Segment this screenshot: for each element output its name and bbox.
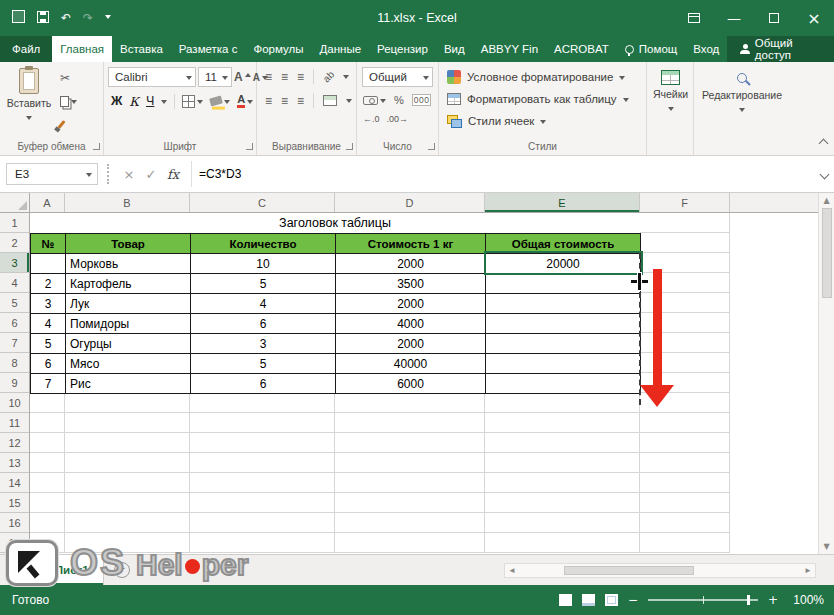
cells-area[interactable]: Заголовок таблицы №ТоварКоличествоСтоимо… bbox=[30, 213, 818, 553]
row-header-9[interactable]: 9 bbox=[0, 373, 29, 393]
align-bottom-icon[interactable]: ≡ bbox=[297, 70, 304, 84]
cell-E8[interactable] bbox=[486, 354, 641, 374]
enter-icon[interactable]: ✓ bbox=[140, 167, 162, 182]
increase-decimal-icon[interactable]: ←.0 bbox=[363, 114, 380, 124]
scroll-down-icon[interactable]: ▼ bbox=[823, 542, 829, 551]
row-header-12[interactable]: 12 bbox=[0, 433, 29, 453]
comma-format-icon[interactable]: 000 bbox=[412, 94, 432, 106]
cell-A3[interactable] bbox=[31, 254, 66, 274]
cell-D6[interactable]: 4000 bbox=[336, 314, 486, 334]
cell-A2[interactable]: № bbox=[31, 234, 66, 254]
row-header-2[interactable]: 2 bbox=[0, 233, 29, 253]
cell-D8[interactable]: 40000 bbox=[336, 354, 486, 374]
cell-E6[interactable] bbox=[486, 314, 641, 334]
cell-C4[interactable]: 5 bbox=[191, 274, 336, 294]
tab-data[interactable]: Данные bbox=[312, 36, 370, 62]
cell-C3[interactable]: 10 bbox=[191, 254, 336, 274]
align-middle-icon[interactable]: ≡ bbox=[281, 70, 288, 84]
cell-A8[interactable]: 6 bbox=[31, 354, 66, 374]
maximize-icon[interactable] bbox=[754, 0, 794, 36]
cell-B8[interactable]: Мясо bbox=[66, 354, 191, 374]
insert-function-icon[interactable]: fx bbox=[162, 167, 184, 182]
cell-B7[interactable]: Огурцы bbox=[66, 334, 191, 354]
cell-C7[interactable]: 3 bbox=[191, 334, 336, 354]
cell-title-merged[interactable]: Заголовок таблицы bbox=[30, 213, 640, 233]
row-header-14[interactable]: 14 bbox=[0, 473, 29, 493]
tab-abbyy[interactable]: ABBYY Fin bbox=[473, 36, 546, 62]
minimize-icon[interactable]: — bbox=[714, 0, 754, 36]
orientation-icon[interactable]: ab bbox=[321, 69, 337, 85]
cell-E7[interactable] bbox=[486, 334, 641, 354]
cell-D7[interactable]: 2000 bbox=[336, 334, 486, 354]
ribbon-display-options-icon[interactable] bbox=[674, 0, 714, 36]
share-button[interactable]: Общий доступ bbox=[727, 36, 834, 62]
cell-styles-button[interactable]: Стили ячеек bbox=[447, 111, 546, 131]
format-as-table-button[interactable]: Форматировать как таблицу bbox=[447, 89, 629, 109]
cell-D2[interactable]: Стоимость 1 кг bbox=[336, 234, 486, 254]
conditional-formatting-button[interactable]: Условное форматирование bbox=[447, 67, 625, 87]
column-header-A[interactable]: A bbox=[30, 193, 65, 212]
page-break-view-icon[interactable] bbox=[605, 594, 618, 606]
bold-button[interactable]: Ж bbox=[111, 94, 122, 108]
italic-button[interactable]: К bbox=[129, 94, 139, 109]
cell-B4[interactable]: Картофель bbox=[66, 274, 191, 294]
cell-A9[interactable]: 7 bbox=[31, 374, 66, 394]
align-left-icon[interactable]: ≡ bbox=[265, 94, 272, 108]
fill-color-button[interactable] bbox=[210, 93, 230, 109]
vertical-scrollbar[interactable]: ▲ ▼ bbox=[818, 193, 834, 554]
cell-C6[interactable]: 6 bbox=[191, 314, 336, 334]
editing-button[interactable]: Редактирование bbox=[696, 70, 788, 115]
zoom-slider-thumb[interactable] bbox=[747, 595, 750, 605]
clipboard-dialog-launcher-icon[interactable] bbox=[93, 143, 100, 150]
tab-file[interactable]: Файл bbox=[0, 36, 52, 62]
cell-A5[interactable]: 3 bbox=[31, 294, 66, 314]
column-header-B[interactable]: B bbox=[65, 193, 190, 212]
customize-quick-access-icon[interactable] bbox=[105, 11, 111, 25]
row-header-16[interactable]: 16 bbox=[0, 513, 29, 533]
normal-view-icon[interactable] bbox=[559, 594, 572, 606]
tab-review[interactable]: Рецензир bbox=[369, 36, 436, 62]
cell-E2[interactable]: Общая стоимость bbox=[486, 234, 641, 254]
tab-insert[interactable]: Вставка bbox=[112, 36, 171, 62]
cells-button[interactable]: Ячейки bbox=[649, 70, 692, 114]
cell-B3[interactable]: Морковь bbox=[66, 254, 191, 274]
format-painter-icon[interactable] bbox=[60, 116, 77, 132]
cell-D4[interactable]: 3500 bbox=[336, 274, 486, 294]
paste-button[interactable]: Вставить bbox=[6, 68, 52, 123]
number-format-select[interactable]: Общий bbox=[362, 67, 433, 87]
sign-in-button[interactable]: Вход bbox=[685, 36, 727, 62]
row-header-15[interactable]: 15 bbox=[0, 493, 29, 513]
zoom-level[interactable]: 100% bbox=[788, 593, 824, 607]
alignment-dialog-launcher-icon[interactable] bbox=[346, 143, 353, 150]
expand-formula-bar-icon[interactable] bbox=[814, 171, 834, 178]
row-header-5[interactable]: 5 bbox=[0, 293, 29, 313]
zoom-out-icon[interactable]: − bbox=[628, 593, 638, 607]
cell-B2[interactable]: Товар bbox=[66, 234, 191, 254]
cell-E9[interactable] bbox=[486, 374, 641, 394]
redo-icon[interactable]: ↷ bbox=[83, 11, 93, 25]
scroll-up-icon[interactable]: ▲ bbox=[823, 196, 829, 205]
zoom-in-icon[interactable]: + bbox=[768, 593, 778, 607]
cell-C2[interactable]: Количество bbox=[191, 234, 336, 254]
horizontal-scrollbar[interactable]: ◄ ► bbox=[504, 563, 816, 578]
tab-tell-me[interactable]: Помощ bbox=[617, 36, 685, 62]
save-icon[interactable] bbox=[37, 11, 49, 26]
font-color-button[interactable]: А bbox=[237, 93, 253, 109]
align-right-icon[interactable]: ≡ bbox=[297, 94, 304, 108]
hscroll-thumb[interactable] bbox=[564, 566, 694, 575]
column-header-E[interactable]: E bbox=[485, 193, 640, 212]
row-header-3[interactable]: 3 bbox=[0, 253, 29, 273]
align-center-icon[interactable]: ≡ bbox=[281, 94, 288, 108]
row-header-10[interactable]: 10 bbox=[0, 393, 29, 413]
cell-A4[interactable]: 2 bbox=[31, 274, 66, 294]
column-header-D[interactable]: D bbox=[335, 193, 485, 212]
grow-font-icon[interactable]: А bbox=[234, 69, 251, 85]
cell-C9[interactable]: 6 bbox=[191, 374, 336, 394]
column-header-F[interactable]: F bbox=[640, 193, 730, 212]
row-header-1[interactable]: 1 bbox=[0, 213, 29, 233]
cell-E4[interactable] bbox=[486, 274, 641, 294]
cell-C5[interactable]: 4 bbox=[191, 294, 336, 314]
name-box[interactable]: E3 bbox=[6, 163, 98, 185]
cell-D5[interactable]: 2000 bbox=[336, 294, 486, 314]
formula-input[interactable]: =C3*D3 bbox=[199, 167, 814, 181]
